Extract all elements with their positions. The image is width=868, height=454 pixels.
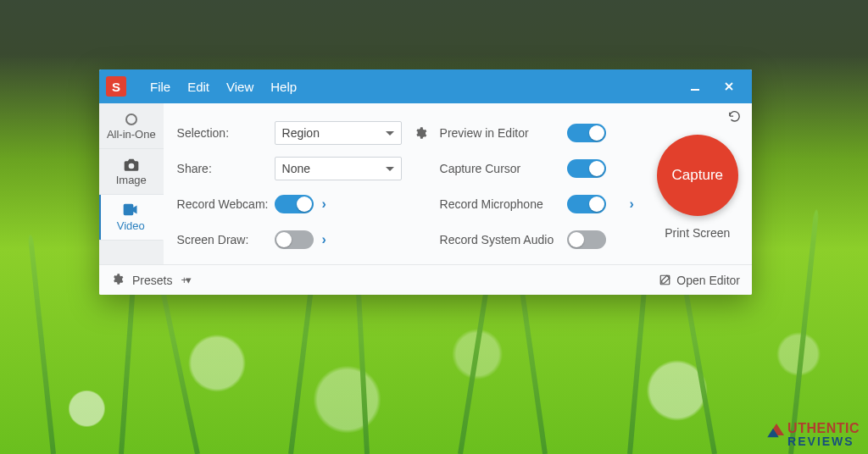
screen-draw-label: Screen Draw: [177, 233, 275, 246]
watermark-line1: UTHENTIC [787, 422, 860, 435]
selection-dropdown[interactable]: Region [275, 121, 402, 145]
record-system-audio-label: Record System Audio [440, 233, 567, 246]
record-microphone-options-button[interactable]: › [626, 197, 634, 211]
tab-video[interactable]: Video [99, 195, 164, 241]
open-editor-label: Open Editor [676, 274, 740, 287]
chevron-down-icon [386, 162, 394, 175]
tab-label: Image [116, 174, 147, 186]
menu-edit[interactable]: Edit [181, 76, 216, 97]
tab-all-in-one[interactable]: All-in-One [99, 103, 164, 149]
chevron-down-icon [386, 126, 394, 140]
tab-image[interactable]: Image [99, 149, 164, 195]
titlebar[interactable]: S File Edit View Help [99, 69, 752, 103]
watermark: UTHENTIC REVIEWS [769, 422, 860, 447]
mode-tabs: All-in-One Image Video [99, 103, 164, 264]
open-editor-button[interactable]: Open Editor [659, 274, 740, 287]
share-value: None [282, 162, 310, 175]
selection-label: Selection: [177, 126, 275, 140]
camera-icon [123, 158, 140, 171]
selection-settings-button[interactable] [402, 126, 440, 140]
screen-draw-options-button[interactable]: › [319, 232, 326, 247]
menu-file[interactable]: File [143, 76, 177, 97]
add-preset-button[interactable]: +▾ [181, 274, 190, 286]
record-webcam-options-button[interactable]: › [319, 197, 326, 212]
window-body: All-in-One Image Video Selection: Region [99, 103, 752, 264]
footer: Presets +▾ Open Editor [99, 264, 752, 295]
presets-button[interactable]: Presets [132, 274, 172, 287]
target-icon [125, 114, 137, 125]
record-microphone-label: Record Microphone [440, 197, 567, 211]
capture-panel: Capture Print Screen [652, 103, 752, 264]
undo-button[interactable] [727, 110, 742, 127]
capture-button-label: Capture [672, 167, 723, 184]
video-icon [122, 203, 139, 217]
menu-help[interactable]: Help [264, 76, 303, 97]
preview-editor-label: Preview in Editor [440, 126, 567, 140]
menu-view[interactable]: View [220, 76, 260, 97]
minimize-button[interactable] [681, 75, 709, 98]
share-label: Share: [177, 162, 275, 175]
app-window: S File Edit View Help All-in-One I [99, 69, 752, 295]
watermark-line2: REVIEWS [787, 435, 854, 447]
menubar: File Edit View Help [143, 76, 303, 97]
watermark-logo-icon [769, 422, 784, 435]
capture-button[interactable]: Capture [657, 135, 738, 216]
preview-editor-toggle[interactable] [567, 124, 606, 142]
capture-shortcut-label: Print Screen [665, 226, 730, 240]
tab-label: All-in-One [107, 128, 156, 141]
capture-cursor-toggle[interactable] [567, 159, 606, 178]
record-system-audio-toggle[interactable] [567, 230, 606, 249]
presets-gear-icon[interactable] [111, 273, 124, 288]
settings-panel: Selection: Region Preview in Editor Shar… [164, 103, 652, 264]
record-microphone-toggle[interactable] [567, 195, 606, 213]
record-webcam-label: Record Webcam: [177, 197, 275, 211]
selection-value: Region [282, 126, 320, 140]
share-dropdown[interactable]: None [275, 157, 402, 180]
capture-cursor-label: Capture Cursor [440, 162, 567, 175]
screen-draw-toggle[interactable] [275, 230, 314, 249]
tab-label: Video [117, 219, 145, 232]
app-logo-icon: S [106, 76, 126, 97]
record-webcam-toggle[interactable] [275, 195, 314, 213]
close-button[interactable] [715, 75, 743, 98]
